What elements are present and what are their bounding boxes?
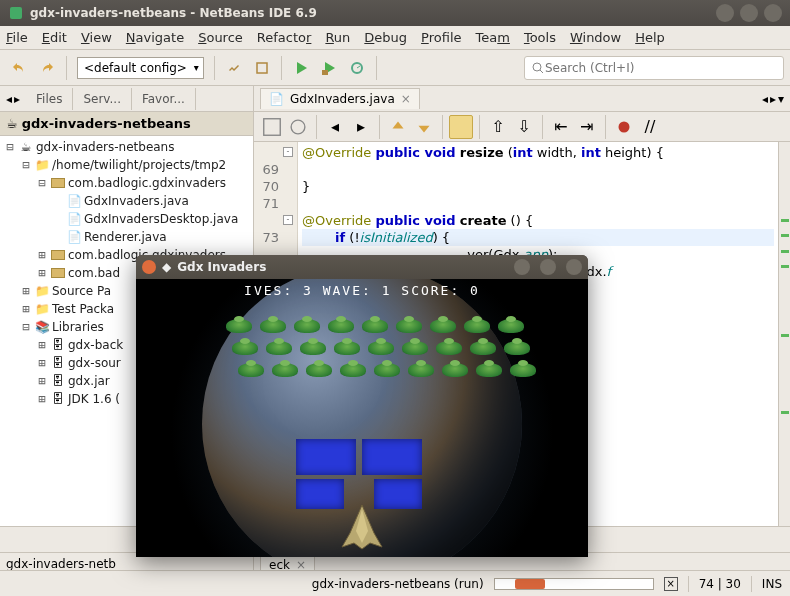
game-close-button[interactable]: [142, 260, 156, 274]
invader-sprite: [396, 319, 422, 333]
redo-button[interactable]: [34, 55, 60, 81]
menu-help[interactable]: Help: [635, 30, 665, 45]
java-icon: 📄: [66, 211, 82, 227]
stop-task-button[interactable]: ×: [664, 577, 678, 591]
menu-refactor[interactable]: Refactor: [257, 30, 312, 45]
expand-icon[interactable]: ⊞: [36, 374, 48, 388]
menu-edit[interactable]: Edit: [42, 30, 67, 45]
source-view-button[interactable]: [260, 115, 284, 139]
menu-window[interactable]: Window: [570, 30, 621, 45]
tree-row[interactable]: ⊟com.badlogic.gdxinvaders: [0, 174, 253, 192]
project-root-header[interactable]: ☕ gdx-invaders-netbeans: [0, 112, 253, 136]
game-titlebar[interactable]: ◆ Gdx Invaders: [136, 255, 588, 279]
expand-icon[interactable]: ⊟: [20, 158, 32, 172]
tab-scroll-left-icon[interactable]: ◂: [762, 92, 768, 106]
highlight-button[interactable]: [449, 115, 473, 139]
expand-icon[interactable]: ⊞: [36, 338, 48, 352]
tree-row[interactable]: 📄Renderer.java: [0, 228, 253, 246]
tab-favorites[interactable]: Favor...: [132, 88, 196, 110]
left-tabs: ◂▸ Files Serv... Favor...: [0, 86, 253, 112]
java-file-icon: 📄: [269, 92, 284, 106]
tree-label: GdxInvaders.java: [84, 194, 189, 208]
debug-button[interactable]: [316, 55, 342, 81]
expand-icon[interactable]: ⊞: [20, 284, 32, 298]
svg-point-8: [619, 121, 630, 132]
shift-left-button[interactable]: ⇤: [549, 115, 573, 139]
menu-source[interactable]: Source: [198, 30, 243, 45]
game-minimize-button[interactable]: [514, 259, 530, 275]
editor-tab-gdxinvaders[interactable]: 📄 GdxInvaders.java ×: [260, 88, 420, 109]
menu-view[interactable]: View: [81, 30, 112, 45]
status-bar: gdx-invaders-netbeans (run) × 74 | 30 IN…: [0, 570, 790, 596]
fwd-icon[interactable]: ▸: [14, 92, 20, 106]
find-prev-button[interactable]: [386, 115, 410, 139]
undo-button[interactable]: [6, 55, 32, 81]
fwd-nav-button[interactable]: ▸: [349, 115, 373, 139]
config-select[interactable]: <default config>: [77, 57, 204, 79]
find-next-button[interactable]: [412, 115, 436, 139]
menu-team[interactable]: Team: [476, 30, 510, 45]
tree-label: gdx-sour: [68, 356, 121, 370]
menu-file[interactable]: File: [6, 30, 28, 45]
menu-navigate[interactable]: Navigate: [126, 30, 184, 45]
invader-sprite: [408, 363, 434, 377]
invader-sprite: [340, 363, 366, 377]
menu-tools[interactable]: Tools: [524, 30, 556, 45]
svg-point-6: [291, 120, 305, 134]
shift-right-button[interactable]: ⇥: [575, 115, 599, 139]
close-tab-icon[interactable]: ×: [401, 92, 411, 106]
tab-scroll-right-icon[interactable]: ▸: [770, 92, 776, 106]
invader-sprite: [300, 341, 326, 355]
tree-row[interactable]: 📄GdxInvadersDesktop.java: [0, 210, 253, 228]
tree-label: Source Pa: [52, 284, 111, 298]
bookmark-next-button[interactable]: ⇩: [512, 115, 536, 139]
expand-icon[interactable]: ⊟: [20, 320, 32, 334]
history-button[interactable]: [286, 115, 310, 139]
expand-icon[interactable]: ⊞: [20, 302, 32, 316]
tab-files[interactable]: Files: [26, 88, 73, 110]
game-maximize-button[interactable]: [540, 259, 556, 275]
build-button[interactable]: [221, 55, 247, 81]
expand-icon[interactable]: ⊟: [4, 140, 16, 154]
game-window[interactable]: ◆ Gdx Invaders IVES: 3 WAVE: 1 SCORE: 0: [136, 255, 588, 557]
comment-button[interactable]: //: [638, 115, 662, 139]
tree-label: Test Packa: [52, 302, 114, 316]
expand-icon[interactable]: ⊞: [36, 248, 48, 262]
game-menu-button[interactable]: [566, 259, 582, 275]
invader-sprite: [266, 341, 292, 355]
back-nav-button[interactable]: ◂: [323, 115, 347, 139]
expand-icon[interactable]: ⊟: [36, 176, 48, 190]
bookmark-prev-button[interactable]: ⇧: [486, 115, 510, 139]
tab-list-icon[interactable]: ▾: [778, 92, 784, 106]
game-hud: IVES: 3 WAVE: 1 SCORE: 0: [136, 283, 588, 298]
menu-profile[interactable]: Profile: [421, 30, 461, 45]
minimize-button[interactable]: [716, 4, 734, 22]
tree-row[interactable]: ⊟📁/home/twilight/projects/tmp2: [0, 156, 253, 174]
expand-icon[interactable]: ⊞: [36, 356, 48, 370]
invader-sprite: [238, 363, 264, 377]
menu-debug[interactable]: Debug: [364, 30, 407, 45]
tab-services[interactable]: Serv...: [73, 88, 132, 110]
tree-row[interactable]: 📄GdxInvaders.java: [0, 192, 253, 210]
menu-run[interactable]: Run: [325, 30, 350, 45]
jar-icon: 🗄: [50, 355, 66, 371]
close-button[interactable]: [764, 4, 782, 22]
error-stripe[interactable]: [778, 142, 790, 526]
profile-button[interactable]: [344, 55, 370, 81]
invader-sprite: [436, 341, 462, 355]
tree-row[interactable]: ⊟☕gdx-invaders-netbeans: [0, 138, 253, 156]
run-button[interactable]: [288, 55, 314, 81]
game-canvas[interactable]: IVES: 3 WAVE: 1 SCORE: 0: [136, 279, 588, 557]
tree-label: gdx-back: [68, 338, 123, 352]
task-label: gdx-invaders-netbeans (run): [312, 577, 484, 591]
cursor-position: 74 | 30: [699, 577, 741, 591]
macro-rec-button[interactable]: [612, 115, 636, 139]
expand-icon[interactable]: ⊞: [36, 392, 48, 406]
back-icon[interactable]: ◂: [6, 92, 12, 106]
search-input[interactable]: [545, 61, 777, 75]
search-icon: [531, 61, 545, 75]
clean-build-button[interactable]: [249, 55, 275, 81]
maximize-button[interactable]: [740, 4, 758, 22]
expand-icon[interactable]: ⊞: [36, 266, 48, 280]
search-box[interactable]: [524, 56, 784, 80]
